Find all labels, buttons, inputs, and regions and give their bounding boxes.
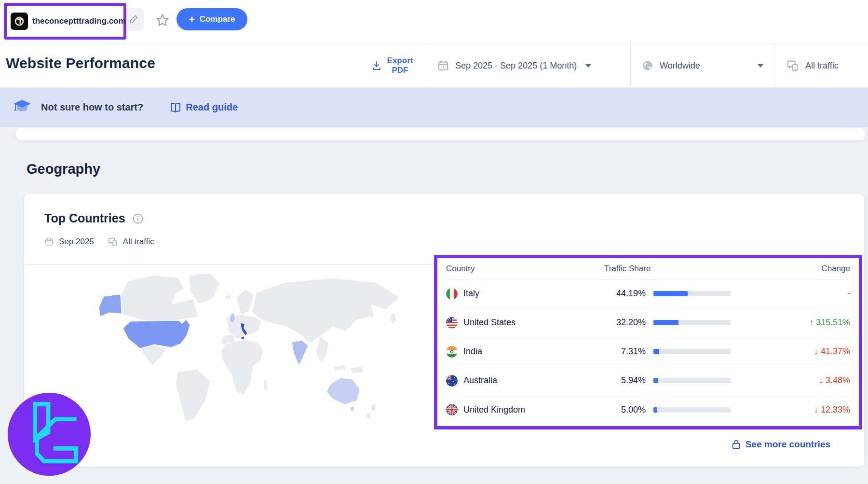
country-name: India	[463, 346, 482, 357]
chevron-down-icon	[585, 64, 591, 68]
traffic-share-bar	[653, 407, 731, 413]
traffic-share-value: 7.31%	[604, 346, 646, 357]
table-header-row: Country Traffic Share Change	[446, 258, 850, 279]
globe-icon	[641, 59, 654, 72]
domain-name: theconceptttrading.com	[32, 16, 126, 26]
card-traffic: All traffic	[123, 237, 154, 247]
change-value: ↓ 12.33%	[749, 405, 850, 415]
chevron-down-icon	[758, 64, 763, 68]
card-date: Sep 2025	[59, 237, 94, 247]
column-header-traffic-share: Traffic Share	[604, 264, 749, 274]
map-india	[292, 340, 308, 366]
plus-icon: +	[189, 14, 195, 25]
page-title: Website Performance	[6, 55, 155, 71]
region-picker[interactable]: Worldwide	[630, 43, 775, 88]
table-row[interactable]: United States 32.20% ↑ 315.51%	[446, 308, 850, 337]
guide-banner: Not sure how to start? Read guide	[0, 88, 868, 127]
see-more-countries-link[interactable]: See more countries	[732, 439, 830, 450]
traffic-share-bar	[653, 320, 731, 325]
change-arrow-icon: ↑	[809, 318, 814, 327]
change-value: -	[749, 289, 850, 299]
see-more-countries-label: See more countries	[746, 439, 830, 450]
country-name: Australia	[463, 375, 497, 386]
top-bar: theconceptttrading.com + Compare	[0, 0, 868, 43]
graduation-cap-icon	[13, 98, 32, 118]
change-arrow-icon: ↓	[814, 405, 818, 415]
calendar-icon	[437, 59, 449, 72]
country-name: United States	[463, 318, 515, 328]
map-alaska	[99, 294, 122, 317]
column-header-change: Change	[749, 264, 850, 274]
star-icon	[154, 13, 171, 29]
date-range-picker[interactable]: Sep 2025 - Sep 2025 (1 Month)	[426, 43, 630, 88]
export-pdf-label-line1: Export	[387, 56, 413, 66]
world-map[interactable]	[82, 271, 410, 455]
change-arrow-icon: ↓	[819, 375, 823, 385]
table-row[interactable]: United Kingdom 5.00% ↓ 12.33%	[446, 395, 850, 424]
traffic-share-value: 32.20%	[604, 318, 646, 328]
brand-logo	[7, 392, 92, 477]
map-united-states	[123, 319, 190, 348]
download-icon	[371, 60, 382, 71]
table-row[interactable]: Italy 44.19% -	[446, 279, 850, 308]
top-countries-card: Top Countries Sep 2025 All traffic	[24, 194, 864, 467]
map-australia	[326, 378, 360, 404]
change-arrow-icon: ↓	[814, 346, 818, 356]
india-flag-icon	[446, 346, 458, 358]
traffic-share-bar-fill	[653, 407, 657, 413]
region-value: Worldwide	[660, 61, 700, 71]
traffic-share-bar	[653, 291, 731, 296]
lock-icon	[732, 439, 741, 450]
table-row[interactable]: India 7.31% ↓ 41.37%	[446, 337, 850, 366]
traffic-share-bar-fill	[653, 291, 688, 296]
card-meta: Sep 2025 All traffic	[44, 236, 154, 247]
united-kingdom-flag-icon	[446, 404, 458, 415]
previous-card-edge	[16, 128, 866, 140]
traffic-share-value: 44.19%	[604, 289, 646, 299]
card-title: Top Countries	[44, 211, 125, 225]
italy-flag-icon	[446, 288, 458, 300]
info-icon[interactable]	[132, 213, 144, 224]
favorite-star-button[interactable]	[154, 13, 171, 29]
table-row[interactable]: Australia 5.94% ↓ 3.48%	[446, 366, 850, 395]
banner-text: Not sure how to start?	[41, 102, 143, 113]
united-states-flag-icon	[446, 317, 458, 329]
countries-table: Country Traffic Share Change Italy	[437, 258, 859, 424]
site-favicon	[11, 13, 28, 30]
countries-table-highlight: Country Traffic Share Change Italy	[434, 255, 862, 429]
pencil-icon	[128, 14, 139, 25]
domain-chip[interactable]: theconceptttrading.com	[4, 3, 126, 40]
read-guide-link[interactable]: Read guide	[170, 102, 238, 113]
traffic-share-value: 5.94%	[604, 375, 646, 386]
australia-flag-icon	[446, 375, 458, 387]
change-value: ↓ 41.37%	[749, 346, 850, 357]
traffic-share-bar-fill	[653, 320, 678, 325]
page-header: Website Performance Export PDF Sep 2025 …	[0, 43, 868, 88]
country-name: Italy	[463, 289, 479, 299]
date-range-value: Sep 2025 - Sep 2025 (1 Month)	[455, 61, 577, 71]
devices-icon	[108, 236, 118, 247]
traffic-type-value: All traffic	[805, 61, 839, 71]
traffic-share-value: 5.00%	[604, 405, 646, 415]
country-name: United Kingdom	[463, 405, 525, 415]
compare-button[interactable]: + Compare	[176, 8, 247, 30]
column-header-country: Country	[446, 264, 604, 274]
change-value: ↓ 3.48%	[749, 375, 850, 386]
traffic-share-bar-fill	[653, 378, 658, 383]
traffic-share-bar	[653, 349, 731, 354]
traffic-share-bar	[653, 378, 731, 383]
export-pdf-button[interactable]: Export PDF	[358, 43, 426, 88]
book-icon	[170, 102, 181, 113]
calendar-icon	[44, 237, 54, 247]
change-value: ↑ 315.51%	[749, 318, 850, 328]
compare-button-label: Compare	[200, 14, 235, 24]
traffic-type-picker[interactable]: All traffic	[775, 43, 868, 88]
traffic-share-bar-fill	[653, 349, 659, 354]
devices-icon	[786, 59, 800, 72]
section-title: Geography	[27, 161, 100, 177]
read-guide-label: Read guide	[186, 102, 238, 113]
export-pdf-label-line2: PDF	[387, 66, 413, 75]
